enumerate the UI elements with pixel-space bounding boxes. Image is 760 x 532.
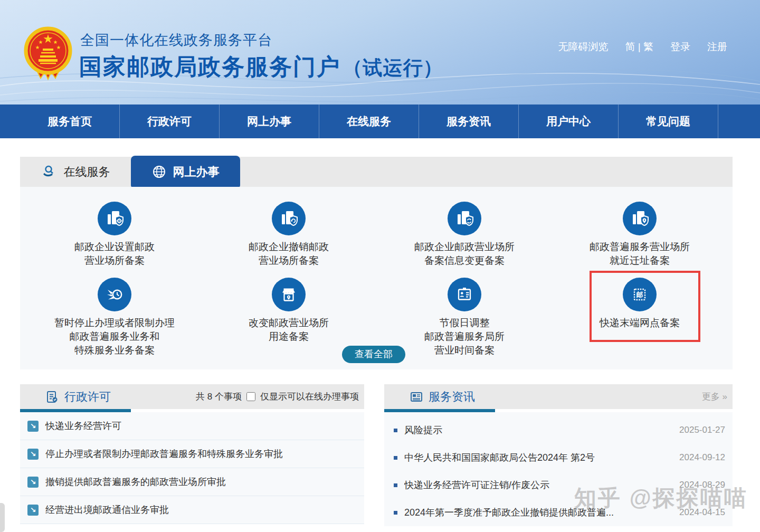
id-card-icon bbox=[448, 278, 481, 311]
platform-name: 全国一体化在线政务服务平台 bbox=[80, 31, 272, 50]
newspaper-icon bbox=[410, 390, 423, 404]
storefront-pin-icon bbox=[272, 278, 306, 311]
bullet-icon bbox=[394, 483, 397, 487]
news-panel-title: 服务资讯 bbox=[410, 389, 475, 405]
service-label: 暂时停止办理或者限制办理 邮政普遍服务业务和 特殊服务业务备案 bbox=[27, 316, 202, 357]
service-label: 邮政企业邮政营业场所 备案信息变更备案 bbox=[377, 240, 552, 268]
buildings-shield-undo-icon bbox=[272, 202, 306, 235]
admin-panel-header: 行政许可 共 8 个事项 仅显示可以在线办理事项 bbox=[20, 384, 364, 409]
login-link[interactable]: 登录 bbox=[670, 40, 690, 54]
service-label: 邮政普遍服务营业场所 就近迁址备案 bbox=[553, 240, 727, 268]
view-all-button[interactable]: 查看全部 bbox=[342, 346, 405, 363]
main-navbar: 服务首页 行政许可 网上办事 在线服务 服务资讯 用户中心 常见问题 bbox=[0, 104, 760, 138]
register-link[interactable]: 注册 bbox=[707, 40, 727, 54]
national-emblem-icon bbox=[24, 25, 72, 84]
arrow-link-icon: ↘ bbox=[27, 505, 39, 516]
more-link[interactable]: 更多 » bbox=[702, 391, 727, 403]
service-label: 改变邮政营业场所 用途备案 bbox=[202, 316, 376, 344]
tab-online-service-label: 在线服务 bbox=[64, 164, 110, 180]
list-item-label: 快递业务经营许可 bbox=[45, 420, 121, 432]
news-list: 风险提示 2025-01-27 中华人民共和国国家邮政局公告2024年 第2号 … bbox=[384, 412, 733, 526]
service-item-change-info[interactable]: 邮政企业邮政营业场所 备案信息变更备案 bbox=[377, 202, 552, 268]
buildings-shield-gear-icon bbox=[98, 202, 131, 235]
nav-item-faq[interactable]: 常见问题 bbox=[619, 104, 718, 138]
service-item-suspend-service[interactable]: 暂时停止办理或者限制办理 邮政普遍服务业务和 特殊服务业务备案 bbox=[27, 278, 202, 357]
bullet-icon bbox=[394, 429, 397, 432]
service-label: 邮政企业撤销邮政 营业场所备案 bbox=[202, 240, 376, 268]
nav-item-online-service[interactable]: 在线服务 bbox=[319, 104, 419, 138]
tab-online-handling[interactable]: 网上办事 bbox=[131, 156, 240, 188]
services-content: 邮政企业设置邮政 营业场所备案 邮政企业撤销邮政 营业场所备案 bbox=[20, 187, 733, 369]
news-panel-title-text: 服务资讯 bbox=[429, 389, 475, 405]
globe-icon bbox=[152, 165, 166, 179]
arrow-link-icon: ↘ bbox=[27, 421, 39, 432]
news-row: 快递业务经营许可证注销/作废公示 2024-08-29 bbox=[384, 471, 733, 499]
nav-item-home[interactable]: 服务首页 bbox=[20, 104, 120, 138]
admin-panel-header-right: 共 8 个事项 仅显示可以在线办理事项 bbox=[196, 391, 359, 403]
site-subtitle: （试运行） bbox=[343, 57, 443, 79]
service-item-holiday-hours[interactable]: 节假日调整 邮政普遍服务局所 营业时间备案 bbox=[377, 278, 552, 357]
news-row: 风险提示 2025-01-27 bbox=[384, 416, 733, 444]
list-item-label: 撤销提供邮政普遍服务的邮政营业场所审批 bbox=[45, 476, 226, 488]
tab-online-handling-label: 网上办事 bbox=[173, 164, 220, 180]
service-label: 快递末端网点备案 bbox=[553, 316, 727, 330]
service-item-setup-premises[interactable]: 邮政企业设置邮政 营业场所备案 bbox=[27, 202, 202, 268]
stamp-glyph: 邮 bbox=[636, 291, 643, 299]
site-title-row: 国家邮政局政务服务门户 （试运行） bbox=[79, 52, 443, 82]
news-date: 2024-08-29 bbox=[679, 480, 725, 490]
nav-item-online-handling[interactable]: 网上办事 bbox=[220, 104, 319, 138]
news-row: 2024年第一季度准予邮政企业撤销提供邮政普遍... 2024-04-15 bbox=[384, 499, 733, 526]
news-title-link[interactable]: 2024年第一季度准予邮政企业撤销提供邮政普遍... bbox=[404, 506, 679, 519]
service-item-terminal-outlet[interactable]: 邮 快递末端网点备案 bbox=[553, 278, 727, 330]
hand-clock-icon bbox=[98, 278, 131, 311]
news-row: 中华人民共和国国家邮政局公告2024年 第2号 2024-09-12 bbox=[384, 444, 733, 471]
side-edge-tab bbox=[0, 503, 5, 532]
nav-item-user-center[interactable]: 用户中心 bbox=[519, 104, 619, 138]
page-header: 全国一体化在线政务服务平台 国家邮政局政务服务门户 （试运行） 无障碍浏览 简 … bbox=[0, 0, 760, 104]
news-title-link[interactable]: 中华人民共和国国家邮政局公告2024年 第2号 bbox=[404, 451, 679, 464]
bullet-icon bbox=[394, 511, 397, 515]
nav-item-license[interactable]: 行政许可 bbox=[120, 104, 220, 138]
accessibility-link[interactable]: 无障碍浏览 bbox=[558, 40, 609, 54]
admin-panel-title-text: 行政许可 bbox=[64, 389, 111, 405]
news-panel-header: 服务资讯 更多 » bbox=[384, 384, 733, 409]
buildings-shield-sync-icon bbox=[448, 202, 481, 235]
list-item[interactable]: ↘ 停止办理或者限制办理邮政普遍服务和特殊服务业务审批 bbox=[20, 440, 364, 468]
list-item-label: 经营进出境邮政通信业务审批 bbox=[45, 504, 169, 516]
news-date: 2025-01-27 bbox=[679, 425, 725, 435]
header-links: 无障碍浏览 简 | 繁 登录 注册 bbox=[558, 40, 728, 54]
arrow-link-icon: ↘ bbox=[27, 449, 39, 460]
hand-magnifier-icon bbox=[41, 164, 57, 180]
bullet-icon bbox=[394, 456, 397, 460]
service-label: 邮政企业设置邮政 营业场所备案 bbox=[27, 240, 202, 268]
news-date: 2024-09-12 bbox=[679, 452, 725, 463]
service-tabstrip: 在线服务 网上办事 bbox=[20, 157, 733, 187]
list-item[interactable]: ↘ 撤销提供邮政普遍服务的邮政营业场所审批 bbox=[20, 468, 364, 496]
tab-online-service[interactable]: 在线服务 bbox=[20, 157, 131, 187]
list-item-label: 停止办理或者限制办理邮政普遍服务和特殊服务业务审批 bbox=[45, 448, 283, 460]
arrow-link-icon: ↘ bbox=[27, 477, 39, 488]
news-date: 2024-04-15 bbox=[679, 507, 725, 518]
admin-panel-title: 行政许可 bbox=[45, 389, 111, 405]
online-only-checkbox[interactable] bbox=[246, 392, 255, 401]
language-switch-link[interactable]: 简 | 繁 bbox=[625, 40, 654, 54]
news-panel: 服务资讯 更多 » 风险提示 2025-01-27 中华人民共和国国家邮政局公告… bbox=[384, 384, 733, 532]
service-item-relocation[interactable]: 邮政普遍服务营业场所 就近迁址备案 bbox=[553, 202, 727, 268]
document-seal-icon bbox=[45, 390, 59, 404]
online-only-label: 仅显示可以在线办理事项 bbox=[260, 391, 359, 403]
postal-stamp-icon: 邮 bbox=[623, 278, 657, 311]
news-title-link[interactable]: 快递业务经营许可证注销/作废公示 bbox=[404, 479, 679, 491]
news-title-link[interactable]: 风险提示 bbox=[404, 424, 679, 436]
item-count-text: 共 8 个事项 bbox=[196, 391, 242, 403]
buildings-shield-pin-icon bbox=[623, 202, 657, 235]
service-item-cancel-premises[interactable]: 邮政企业撤销邮政 营业场所备案 bbox=[202, 202, 376, 268]
admin-license-panel: 行政许可 共 8 个事项 仅显示可以在线办理事项 ↘ 快递业务经营许可 ↘ 停止… bbox=[20, 384, 364, 532]
nav-item-news[interactable]: 服务资讯 bbox=[419, 104, 519, 138]
admin-license-list: ↘ 快递业务经营许可 ↘ 停止办理或者限制办理邮政普遍服务和特殊服务业务审批 ↘… bbox=[20, 412, 364, 524]
list-item[interactable]: ↘ 经营进出境邮政通信业务审批 bbox=[20, 496, 364, 524]
service-item-change-usage[interactable]: 改变邮政营业场所 用途备案 bbox=[202, 278, 376, 344]
list-item[interactable]: ↘ 快递业务经营许可 bbox=[20, 412, 364, 440]
site-title: 国家邮政局政务服务门户 bbox=[79, 54, 340, 79]
